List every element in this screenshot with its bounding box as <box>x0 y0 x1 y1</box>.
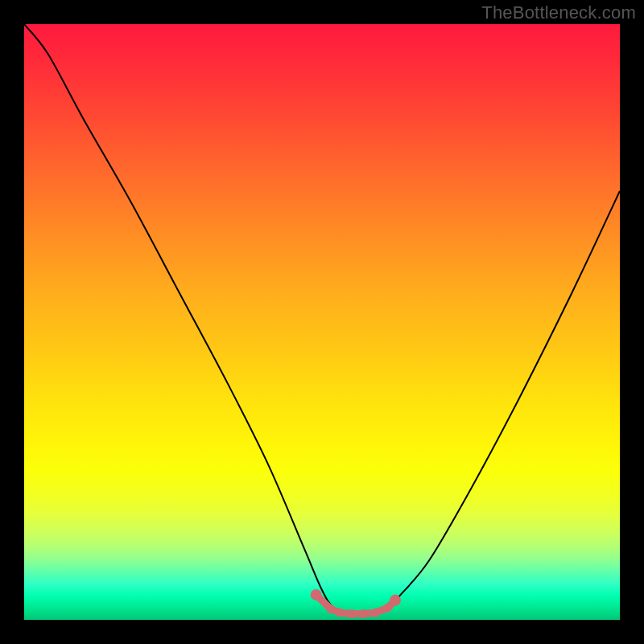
optimal-zone-node <box>383 604 392 613</box>
chart-stage: TheBottleneck.com <box>0 0 644 644</box>
bottleneck-curve <box>24 24 620 615</box>
optimal-zone-node <box>390 595 401 606</box>
optimal-zone-node <box>327 605 336 613</box>
watermark-text: TheBottleneck.com <box>481 2 636 23</box>
optimal-zone-node <box>348 609 357 618</box>
optimal-zone-node <box>336 609 345 617</box>
curve-layer <box>24 24 620 620</box>
optimal-zone-node <box>371 609 380 617</box>
optimal-zone-node <box>359 609 368 618</box>
plot-area <box>24 24 620 620</box>
optimal-zone-node <box>311 589 322 601</box>
